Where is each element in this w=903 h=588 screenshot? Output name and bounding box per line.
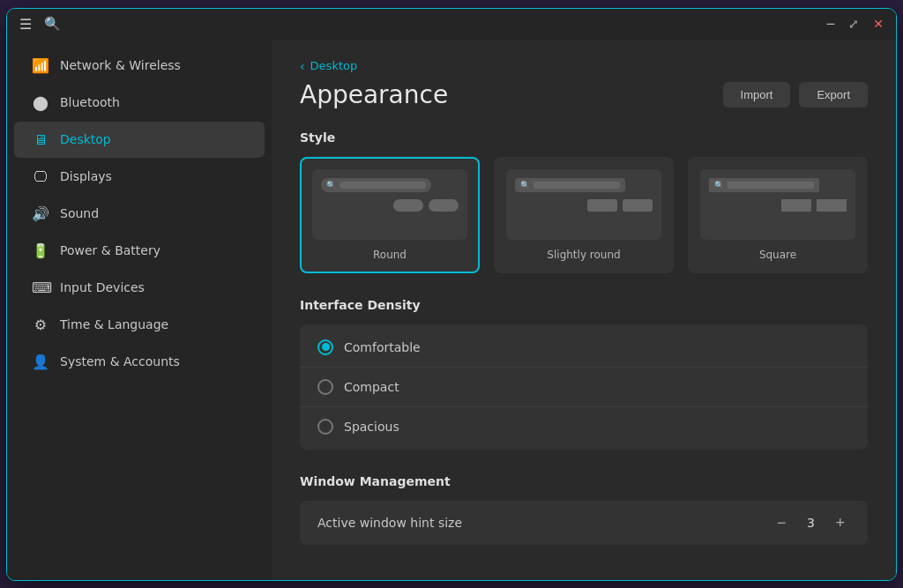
density-label-spacious: Spacious (344, 420, 399, 434)
preview-buttons-slightly-round (515, 199, 653, 212)
preview-buttons-square (709, 199, 847, 212)
style-preview-square: 🔍 (700, 169, 855, 240)
sidebar-item-desktop[interactable]: 🖥 Desktop (14, 122, 265, 158)
sidebar-item-time[interactable]: ⚙ Time & Language (14, 307, 265, 343)
panel-header: Appearance Import Export (300, 80, 868, 109)
close-button[interactable]: ✕ (873, 18, 884, 30)
restore-button[interactable]: ⤢ (848, 18, 859, 30)
stepper-value: 3 (803, 516, 817, 530)
stepper-increase-button[interactable]: + (830, 513, 850, 532)
breadcrumb[interactable]: ‹ Desktop (300, 59, 868, 73)
menu-icon[interactable]: ☰ (19, 16, 32, 33)
sidebar: 📶 Network & Wireless ⬤ Bluetooth 🖥 Deskt… (7, 40, 272, 580)
style-section-label: Style (300, 130, 868, 145)
main-content: 📶 Network & Wireless ⬤ Bluetooth 🖥 Deskt… (7, 40, 896, 580)
preview-search-icon: 🔍 (326, 181, 336, 190)
desktop-icon: 🖥 (32, 131, 49, 148)
network-icon: 📶 (32, 57, 49, 74)
panel-inner: ‹ Desktop Appearance Import Export Style (272, 40, 896, 580)
style-grid: 🔍 Round (300, 157, 868, 273)
density-section-label: Interface Density (300, 298, 868, 312)
battery-icon: 🔋 (32, 242, 49, 259)
preview-search-bar-2 (534, 182, 620, 189)
settings-window: ☰ 🔍 ─ ⤢ ✕ 📶 Network & Wireless ⬤ Bluetoo… (6, 8, 897, 581)
sidebar-item-label: Desktop (60, 132, 111, 146)
preview-search-bar (340, 182, 426, 189)
style-card-round[interactable]: 🔍 Round (300, 157, 480, 273)
breadcrumb-arrow-icon: ‹ (300, 59, 305, 73)
sidebar-item-network[interactable]: 📶 Network & Wireless (14, 48, 265, 84)
search-icon[interactable]: 🔍 (44, 16, 61, 32)
sidebar-item-label: Network & Wireless (60, 58, 181, 72)
density-option-spacious[interactable]: Spacious (300, 407, 868, 446)
preview-btn-2 (429, 199, 459, 212)
breadcrumb-text: Desktop (310, 59, 358, 72)
sidebar-item-sound[interactable]: 🔊 Sound (14, 196, 265, 232)
sidebar-item-power[interactable]: 🔋 Power & Battery (14, 233, 265, 269)
wm-section-label: Window Management (300, 474, 868, 488)
preview-btn-4 (623, 199, 653, 212)
sidebar-item-label: Displays (60, 169, 112, 183)
sidebar-item-label: Input Devices (60, 280, 145, 294)
sidebar-item-label: System & Accounts (60, 354, 180, 368)
density-label-comfortable: Comfortable (344, 340, 421, 354)
sidebar-item-bluetooth[interactable]: ⬤ Bluetooth (14, 85, 265, 121)
radio-comfortable-dot (322, 343, 330, 351)
preview-btn-5 (781, 199, 811, 212)
header-actions: Import Export (723, 82, 868, 108)
wm-stepper: − 3 + (772, 513, 850, 532)
sidebar-item-label: Bluetooth (60, 95, 120, 109)
minimize-button[interactable]: ─ (827, 18, 834, 30)
preview-buttons-round (321, 199, 459, 212)
preview-search-bar-3 (728, 182, 814, 189)
preview-btn-3 (587, 199, 617, 212)
page-title: Appearance (300, 80, 448, 109)
time-icon: ⚙ (32, 316, 49, 333)
sidebar-item-label: Sound (60, 206, 99, 220)
style-card-label-slightly-round: Slightly round (506, 249, 661, 261)
radio-compact (317, 379, 333, 395)
sidebar-item-label: Power & Battery (60, 243, 160, 257)
preview-btn-1 (393, 199, 423, 212)
wm-box: Active window hint size − 3 + (300, 501, 868, 545)
sidebar-item-label: Time & Language (60, 317, 168, 331)
import-button[interactable]: Import (723, 82, 791, 108)
bluetooth-icon: ⬤ (32, 94, 49, 111)
sidebar-item-system[interactable]: 👤 System & Accounts (14, 344, 265, 380)
titlebar: ☰ 🔍 ─ ⤢ ✕ (7, 9, 896, 40)
preview-btn-6 (817, 199, 847, 212)
preview-search-icon-3: 🔍 (714, 181, 724, 190)
keyboard-icon: ⌨ (32, 279, 49, 296)
wm-hint-row: Active window hint size − 3 + (317, 501, 850, 545)
titlebar-right: ─ ⤢ ✕ (827, 18, 884, 30)
export-button[interactable]: Export (799, 82, 868, 108)
sidebar-item-input[interactable]: ⌨ Input Devices (14, 270, 265, 306)
preview-search-slightly-round: 🔍 (515, 178, 625, 192)
preview-search-icon-2: 🔍 (520, 181, 530, 190)
density-option-comfortable[interactable]: Comfortable (300, 328, 868, 368)
titlebar-left: ☰ 🔍 (19, 16, 61, 33)
style-card-label-round: Round (312, 249, 467, 261)
density-option-compact[interactable]: Compact (300, 368, 868, 407)
style-preview-slightly-round: 🔍 (506, 169, 661, 240)
radio-spacious (317, 419, 333, 435)
radio-comfortable (317, 339, 333, 355)
preview-search-round: 🔍 (321, 178, 431, 192)
style-preview-round: 🔍 (312, 169, 467, 240)
accounts-icon: 👤 (32, 354, 49, 370)
style-card-square[interactable]: 🔍 Square (688, 157, 868, 273)
preview-search-square: 🔍 (709, 178, 819, 192)
style-card-label-square: Square (700, 249, 855, 261)
style-card-slightly-round[interactable]: 🔍 Slightly round (494, 157, 674, 273)
stepper-decrease-button[interactable]: − (772, 513, 792, 532)
sidebar-item-displays[interactable]: 🖵 Displays (14, 159, 265, 195)
displays-icon: 🖵 (32, 168, 49, 185)
sound-icon: 🔊 (32, 205, 49, 222)
density-label-compact: Compact (344, 380, 399, 394)
wm-hint-label: Active window hint size (317, 516, 462, 530)
main-panel: ‹ Desktop Appearance Import Export Style (272, 40, 896, 580)
density-box: Comfortable Compact Spacious (300, 324, 868, 450)
